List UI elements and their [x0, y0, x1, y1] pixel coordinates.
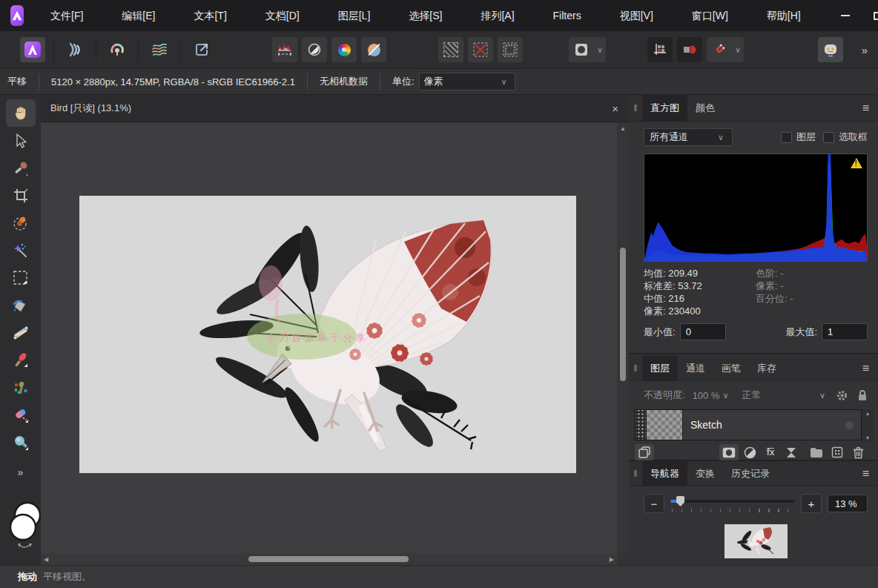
menu-arrange[interactable]: 排列[A] [470, 0, 524, 31]
layer-name[interactable]: Sketch [690, 419, 722, 431]
max-input[interactable] [822, 323, 868, 340]
erase-brush-tool[interactable] [6, 401, 36, 429]
tab-transform[interactable]: 变换 [687, 461, 723, 486]
colour-replacement-brush-tool[interactable] [6, 374, 36, 401]
assistant-options-button[interactable] [647, 37, 673, 62]
minimize-button[interactable] [829, 0, 862, 31]
channel-select[interactable]: 所有通道 ∨ [644, 128, 733, 146]
move-tool[interactable] [6, 127, 36, 154]
vertical-scroll-thumb[interactable] [620, 248, 626, 381]
layer-row-sketch[interactable]: Sketch ▲ ▼ [635, 409, 862, 440]
merge-pattern-button[interactable] [828, 444, 847, 460]
select-all-button[interactable] [438, 37, 463, 62]
zoom-slider[interactable] [670, 494, 795, 513]
toolbar-overflow-button[interactable]: » [862, 44, 868, 56]
horizontal-scrollbar[interactable]: ◀ ▶ [41, 553, 617, 565]
duplicate-layer-button[interactable] [635, 444, 654, 460]
scroll-down-icon[interactable]: ▼ [865, 435, 871, 440]
tab-navigator[interactable]: 导航器 [642, 461, 687, 486]
tab-history[interactable]: 历史记录 [723, 461, 778, 486]
menu-document[interactable]: 文档[D] [255, 0, 310, 31]
zoom-in-button[interactable]: + [801, 494, 822, 513]
navigator-thumbnail[interactable] [724, 524, 788, 558]
panel-grip[interactable]: ‖ [629, 363, 642, 374]
blur-tool[interactable] [6, 429, 36, 456]
liquify-persona-button[interactable] [62, 37, 88, 62]
marquee-checkbox[interactable] [823, 132, 834, 143]
selection-brush-tool[interactable] [6, 209, 36, 237]
flood-select-tool[interactable] [6, 237, 36, 264]
min-input[interactable] [680, 323, 726, 340]
opacity-value[interactable]: 100 % [693, 390, 720, 401]
layer-thumbnail[interactable] [647, 410, 683, 440]
marquee-select-tool[interactable] [6, 264, 36, 291]
units-select[interactable]: 像素 ∨ [419, 73, 515, 90]
zoom-out-button[interactable]: − [644, 494, 664, 513]
quick-mask-button[interactable] [569, 37, 594, 62]
export-persona-button[interactable] [189, 37, 214, 62]
scroll-up-icon[interactable]: ▲ [865, 411, 871, 416]
tab-stock[interactable]: 库存 [749, 356, 785, 381]
warning-icon[interactable] [851, 158, 862, 168]
horizontal-scroll-thumb[interactable] [248, 556, 409, 562]
photo-persona-button[interactable] [20, 37, 45, 62]
vertical-scrollbar[interactable]: ▲ ▼ [617, 122, 629, 565]
assistant-manager-button[interactable] [818, 37, 843, 62]
tab-brushes[interactable]: 画笔 [713, 356, 749, 381]
auto-contrast-button[interactable] [302, 37, 327, 62]
tab-histogram[interactable]: 直方图 [642, 95, 687, 122]
zoom-value[interactable]: 13 % [828, 495, 868, 512]
blend-gear-icon[interactable] [836, 389, 848, 402]
view-tool[interactable] [6, 99, 36, 127]
panel-menu-icon[interactable]: ≡ [862, 102, 869, 115]
panel-menu-icon[interactable]: ≡ [862, 467, 869, 480]
panel-grip[interactable]: ‖ [629, 469, 642, 479]
gradient-tool[interactable] [6, 319, 36, 346]
tab-layers[interactable]: 图层 [642, 356, 678, 381]
crop-tool[interactable] [6, 182, 36, 209]
menu-text[interactable]: 文本[T] [183, 0, 237, 31]
auto-colours-button[interactable] [331, 37, 357, 62]
document-close-icon[interactable]: × [612, 102, 618, 115]
panel-grip[interactable]: ‖ [629, 103, 642, 113]
layer-drag-handle[interactable] [636, 410, 647, 440]
mask-layer-button[interactable] [719, 444, 739, 460]
document-tab[interactable]: Bird [只读] (13.1%) × [41, 95, 629, 122]
zoom-slider-thumb[interactable] [676, 496, 684, 506]
delete-layer-button[interactable] [848, 444, 868, 460]
auto-white-balance-button[interactable] [361, 37, 386, 62]
menu-layer[interactable]: 图层[L] [328, 0, 381, 31]
layer-effects-button[interactable]: fx [761, 444, 780, 460]
flood-fill-tool[interactable] [6, 291, 36, 319]
blend-mode-value[interactable]: 正常 [742, 389, 762, 402]
blend-options-chevron[interactable]: ∨ [816, 391, 828, 400]
maximize-button[interactable] [862, 0, 878, 31]
invert-selection-button[interactable] [498, 37, 523, 62]
scroll-right-icon[interactable]: ▶ [607, 555, 617, 564]
menu-help[interactable]: 帮助[H] [756, 0, 811, 31]
tab-channels[interactable]: 通道 [678, 356, 713, 381]
more-tools-button[interactable]: » [18, 466, 24, 478]
layer-visibility-toggle[interactable] [845, 421, 854, 429]
menu-view[interactable]: 视图[V] [610, 0, 664, 31]
scroll-left-icon[interactable]: ◀ [41, 555, 51, 564]
snapping-dropdown[interactable]: ∨ [732, 45, 744, 55]
live-filter-button[interactable] [782, 444, 801, 460]
group-layers-button[interactable] [807, 444, 826, 460]
colour-picker-tool[interactable] [6, 154, 36, 182]
paint-brush-tool[interactable] [6, 346, 36, 374]
auto-levels-button[interactable] [272, 37, 297, 62]
menu-file[interactable]: 文件[F] [40, 0, 93, 31]
layer-checkbox[interactable] [781, 132, 792, 143]
colour-swatches[interactable] [4, 499, 37, 541]
chevron-down-icon[interactable]: ∨ [720, 391, 732, 400]
canvas-viewport[interactable]: 小·刀·娱·乐 乐·于·分·享 [41, 122, 617, 553]
tone-mapping-persona-button[interactable] [147, 37, 172, 62]
layer-list-scrollbar[interactable]: ▲ ▼ [862, 409, 874, 442]
lock-icon[interactable] [857, 389, 868, 402]
develop-persona-button[interactable] [105, 37, 130, 62]
panel-menu-icon[interactable]: ≡ [862, 362, 869, 375]
menu-filters[interactable]: Filters [543, 0, 592, 31]
adjustment-layer-button[interactable] [740, 444, 759, 460]
quick-mask-dropdown[interactable]: ∨ [594, 45, 606, 55]
